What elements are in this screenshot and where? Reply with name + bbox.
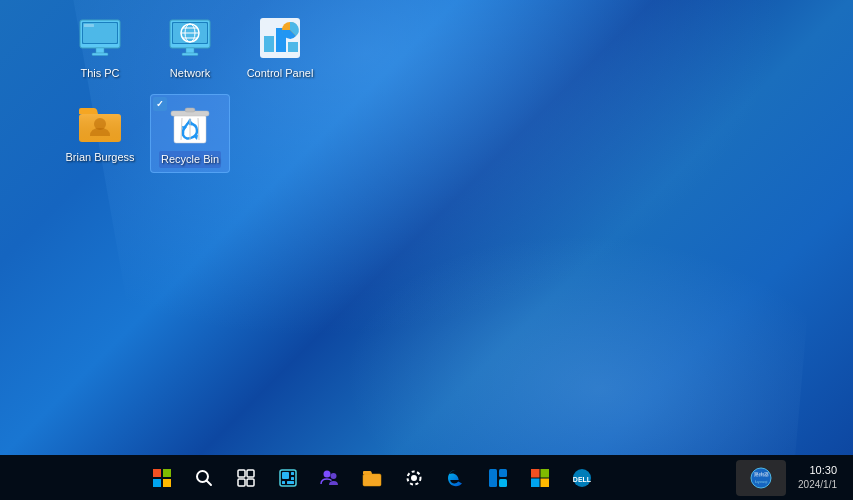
svg-rect-5 [84,24,94,27]
microsoft-store-button[interactable] [520,458,560,498]
svg-rect-52 [489,469,497,487]
folder-image [76,98,124,146]
svg-line-35 [207,480,212,485]
svg-rect-33 [163,479,171,487]
svg-rect-55 [531,469,540,478]
svg-rect-32 [153,479,161,487]
file-explorer-button[interactable] [352,458,392,498]
settings-button[interactable] [394,458,434,498]
control-panel-label: Control Panel [247,66,314,80]
svg-point-50 [411,475,417,481]
this-pc-label: This PC [80,66,119,80]
desktop-icons-container: This PC [60,10,320,173]
taskbar-right: 路由器 luyouqi 10:30 2024/1/1 [736,460,845,496]
edge-button[interactable] [436,458,476,498]
taskbar: DELL 路由器 luyouqi 10:30 2024/1/1 [0,455,853,500]
svg-rect-56 [541,469,550,478]
svg-rect-43 [282,481,285,484]
svg-text:luyouqi: luyouqi [755,479,768,484]
svg-rect-53 [499,469,507,477]
svg-rect-26 [185,108,195,112]
desktop[interactable]: This PC [0,0,853,455]
network-image [166,14,214,62]
svg-rect-57 [531,478,540,487]
svg-rect-42 [291,472,294,475]
svg-rect-37 [247,470,254,477]
dell-button[interactable]: DELL [562,458,602,498]
network-label: Network [170,66,210,80]
start-button[interactable] [142,458,182,498]
clock-time: 10:30 [798,463,837,478]
recycle-bin-image [166,99,214,147]
desktop-icon-control-panel[interactable]: Control Panel [240,10,320,84]
svg-point-47 [331,473,337,479]
svg-rect-15 [182,53,198,56]
store-app-button[interactable] [478,458,518,498]
svg-rect-4 [92,53,108,56]
task-view-button[interactable] [226,458,266,498]
this-pc-image [76,14,124,62]
desktop-icon-network[interactable]: Network [150,10,230,84]
taskbar-center: DELL [8,458,736,498]
svg-rect-3 [96,48,104,53]
brian-burgess-label: Brian Burgess [65,150,134,164]
svg-rect-39 [247,479,254,486]
svg-rect-36 [238,470,245,477]
desktop-icon-recycle-bin[interactable]: ✓ [150,94,230,172]
svg-rect-38 [238,479,245,486]
svg-point-46 [324,470,331,477]
svg-rect-31 [163,469,171,477]
recycle-bin-label: Recycle Bin [159,151,221,167]
control-panel-image [256,14,304,62]
clock-date: 2024/1/1 [798,478,837,492]
selected-checkmark: ✓ [153,97,167,111]
teams-button[interactable] [310,458,350,498]
svg-rect-58 [541,478,550,487]
system-clock[interactable]: 10:30 2024/1/1 [790,463,845,492]
svg-rect-54 [499,479,507,487]
svg-text:路由器: 路由器 [754,471,769,477]
widgets-button[interactable] [268,458,308,498]
desktop-icon-brian-burgess[interactable]: Brian Burgess [60,94,140,168]
svg-rect-30 [153,469,161,477]
desktop-icon-this-pc[interactable]: This PC [60,10,140,84]
svg-text:DELL: DELL [573,476,592,483]
search-button[interactable] [184,458,224,498]
svg-rect-45 [291,477,294,480]
svg-rect-17 [264,36,274,52]
svg-rect-14 [186,48,194,53]
svg-rect-44 [287,481,294,484]
svg-rect-19 [288,42,298,52]
svg-rect-48 [363,474,381,486]
svg-rect-41 [282,472,289,479]
desktop-icon-row-2: Brian Burgess ✓ [60,94,320,172]
watermark-badge[interactable]: 路由器 luyouqi [736,460,786,496]
desktop-icon-row-1: This PC [60,10,320,84]
